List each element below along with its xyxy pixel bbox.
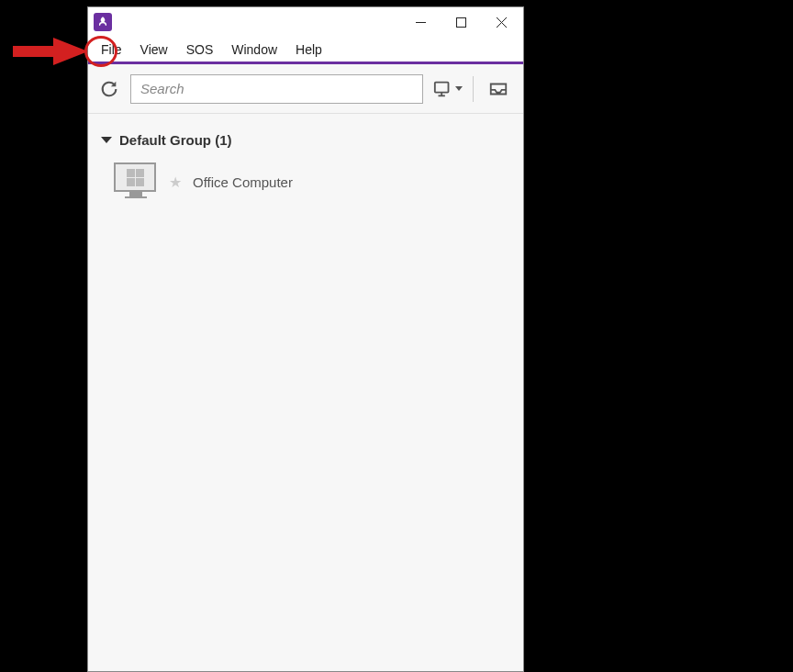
- content-area: Default Group (1) ★ Office Computer: [88, 114, 523, 671]
- minimize-button[interactable]: [400, 8, 441, 36]
- close-button[interactable]: [481, 8, 521, 36]
- maximize-button[interactable]: [441, 8, 481, 36]
- menu-sos[interactable]: SOS: [177, 39, 223, 61]
- menu-file[interactable]: File: [92, 39, 131, 61]
- menu-help[interactable]: Help: [286, 39, 331, 61]
- menu-window[interactable]: Window: [222, 39, 286, 61]
- computer-icon: [114, 162, 158, 201]
- menubar: File View SOS Window Help: [88, 37, 523, 64]
- chevron-down-icon: [455, 86, 463, 91]
- group-title: Default Group (1): [119, 132, 232, 148]
- computer-list-item[interactable]: ★ Office Computer: [97, 150, 514, 210]
- menu-view[interactable]: View: [131, 39, 177, 61]
- window-controls: [400, 8, 521, 36]
- app-logo-icon: [94, 13, 112, 31]
- titlebar: [88, 7, 523, 37]
- svg-rect-4: [435, 82, 449, 92]
- svg-rect-1: [456, 17, 465, 27]
- annotation-arrow-icon: [7, 34, 88, 69]
- favorite-star-icon[interactable]: ★: [169, 174, 182, 191]
- svg-marker-7: [13, 38, 88, 65]
- chevron-down-icon: [101, 137, 112, 143]
- toolbar: [88, 64, 523, 114]
- app-window: File View SOS Window Help Default Group …: [87, 6, 524, 672]
- refresh-button[interactable]: [97, 77, 121, 101]
- group-header[interactable]: Default Group (1): [97, 130, 514, 150]
- display-mode-button[interactable]: [432, 74, 464, 104]
- computer-name: Office Computer: [193, 174, 293, 190]
- inbox-button[interactable]: [483, 74, 514, 104]
- windows-logo-icon: [127, 169, 144, 186]
- search-input[interactable]: [130, 74, 423, 104]
- toolbar-divider: [473, 76, 474, 102]
